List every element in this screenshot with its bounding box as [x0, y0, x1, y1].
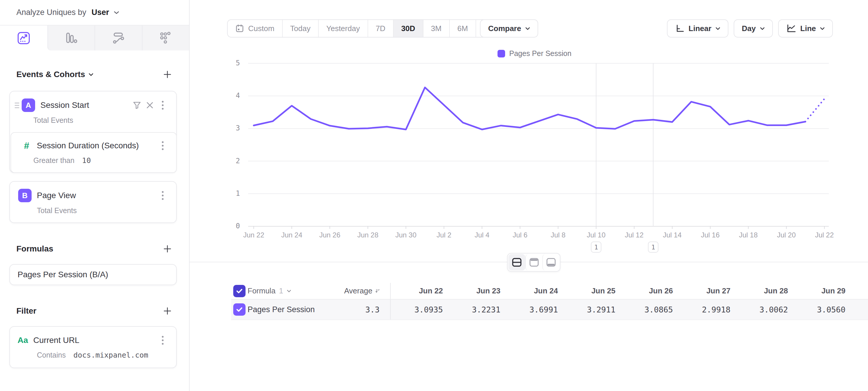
y-tick-label: 5 [190, 59, 240, 67]
events-section-header: Events & Cohorts [0, 68, 189, 81]
add-formula-button[interactable] [161, 243, 174, 255]
flow-icon [112, 31, 126, 45]
sidebar: Analyze Uniques by User [0, 0, 190, 391]
date-range-selector: CustomTodayYesterday7D30D3M6M12M [227, 19, 506, 37]
event-measure[interactable]: Total Events [33, 116, 73, 124]
date-column-header[interactable]: Jun 27 [678, 286, 736, 296]
date-column-header[interactable]: Jun 22 [391, 286, 448, 296]
chart-type-label: Line [800, 24, 816, 33]
average-label: Average [344, 286, 372, 296]
date-column-header[interactable]: Jun 29 [794, 286, 851, 296]
text-property-icon: Aa [18, 336, 28, 345]
filter-value[interactable]: docs.mixpanel.com [73, 351, 148, 359]
select-all-checkbox[interactable] [233, 285, 246, 297]
date-column-header[interactable]: Jun 23 [448, 286, 506, 296]
add-event-button[interactable] [161, 68, 174, 81]
chart-view-button[interactable] [525, 254, 542, 271]
formula-card[interactable]: Pages Per Session (B/A) [9, 264, 177, 285]
x-tick-label: Jul 6 [500, 231, 540, 239]
chevron-down-icon[interactable] [89, 73, 93, 76]
compare-button[interactable]: Compare [480, 19, 538, 37]
more-options-icon[interactable] [156, 189, 169, 202]
more-options-icon[interactable] [156, 139, 169, 152]
filter-card-current-url[interactable]: Aa Current URL Contains docs.mixpanel.co… [9, 326, 177, 368]
more-options-icon[interactable] [156, 334, 169, 347]
dots-grid-icon [159, 31, 173, 45]
date-column-header[interactable]: Jun 26 [621, 286, 678, 296]
date-column-header[interactable]: Jun 24 [506, 286, 563, 296]
property-card-session-duration[interactable]: # Session Duration (Seconds) Greater tha… [10, 132, 177, 173]
event-name[interactable]: Page View [37, 191, 156, 200]
y-tick-label: 0 [190, 222, 240, 230]
view-toggle-group [507, 253, 560, 272]
report-type-tabs [0, 26, 189, 50]
drag-handle-icon[interactable] [14, 103, 21, 108]
x-tick-label: Jul 16 [690, 231, 731, 239]
event-name[interactable]: Session Start [40, 101, 130, 110]
range-6m[interactable]: 6M [449, 20, 475, 37]
chevron-down-icon[interactable] [114, 11, 119, 15]
calendar-icon [235, 24, 244, 33]
series-badge-a: A [22, 99, 35, 112]
scale-dropdown[interactable]: Linear [667, 19, 728, 37]
cell-value: 3.2911 [563, 305, 621, 314]
series-line[interactable] [254, 87, 805, 129]
line-chart[interactable] [241, 59, 868, 234]
tab-flows[interactable] [95, 26, 142, 50]
tab-insights[interactable] [0, 26, 48, 50]
series-badge-b: B [18, 189, 32, 202]
scale-label: Linear [689, 24, 711, 33]
more-options-icon[interactable] [156, 99, 169, 112]
series-column-header[interactable]: Formula 1 [248, 286, 344, 296]
filter-icon[interactable] [130, 99, 144, 112]
x-tick-label: Jul 2 [424, 231, 464, 239]
event-measure[interactable]: Total Events [37, 206, 77, 215]
event-card-page-view[interactable]: B Page View Total Events [9, 181, 177, 223]
date-column-header[interactable]: Jun 28 [736, 286, 794, 296]
formula-expression[interactable]: Pages Per Session (B/A) [18, 270, 108, 279]
range-yesterday[interactable]: Yesterday [318, 20, 368, 37]
analyze-by-value[interactable]: User [92, 8, 109, 17]
range-30d[interactable]: 30D [393, 20, 423, 37]
x-tick-label: Jun 30 [385, 231, 426, 239]
range-7d[interactable]: 7D [368, 20, 393, 37]
table-view-icon [546, 258, 556, 267]
cell-value: 3.0865 [621, 305, 678, 314]
tab-funnels[interactable] [48, 26, 95, 50]
add-filter-button[interactable] [161, 305, 174, 317]
chart-legend[interactable]: Pages Per Session [497, 49, 571, 58]
filter-operator[interactable]: Contains [37, 351, 66, 359]
annotation-badge[interactable]: 1 [591, 242, 601, 253]
x-tick-label: Jun 24 [271, 231, 312, 239]
cell-value: 3.6991 [506, 305, 563, 314]
split-view-button[interactable] [508, 254, 525, 271]
property-operator[interactable]: Greater than [33, 156, 74, 165]
property-name[interactable]: Session Duration (Seconds) [37, 141, 156, 150]
annotation-badge[interactable]: 1 [648, 242, 658, 253]
table-view-button[interactable] [542, 254, 559, 271]
average-column-header[interactable]: Average [344, 286, 383, 296]
chevron-down-icon [287, 289, 291, 292]
filter-section-header: Filter [0, 305, 189, 317]
analyze-by-bar: Analyze Uniques by User [0, 0, 189, 26]
series-index: 1 [279, 286, 283, 296]
table-row[interactable]: Pages Per Session 3.3 3.09353.22313.6991… [231, 300, 868, 320]
row-checkbox[interactable] [233, 303, 246, 316]
y-tick-label: 3 [190, 124, 240, 132]
results-table: Formula 1 Average Jun 22Jun 23Jun 24Jun … [231, 283, 868, 320]
filter-property-name[interactable]: Current URL [33, 336, 156, 345]
property-value[interactable]: 10 [82, 156, 91, 165]
tab-retention[interactable] [142, 26, 189, 50]
legend-label: Pages Per Session [509, 49, 571, 58]
number-property-icon: # [24, 140, 29, 151]
range-today[interactable]: Today [282, 20, 318, 37]
bar-chart-icon [64, 31, 78, 45]
date-column-header[interactable]: Jun 25 [563, 286, 621, 296]
range-3m[interactable]: 3M [423, 20, 449, 37]
remove-event-icon[interactable] [144, 99, 156, 112]
chart-type-dropdown[interactable]: Line [778, 19, 833, 37]
range-custom[interactable]: Custom [228, 20, 282, 37]
interval-dropdown[interactable]: Day [734, 19, 773, 37]
line-chart-icon [786, 24, 796, 33]
event-card-session-start[interactable]: A Session Start Total Events # Session D… [9, 91, 177, 173]
